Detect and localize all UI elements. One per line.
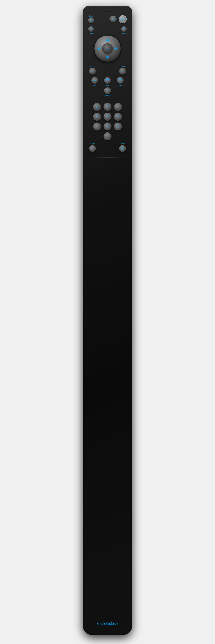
input-label: Input <box>90 65 95 67</box>
itop-icon <box>119 79 122 82</box>
macro-button[interactable] <box>89 145 96 152</box>
svg-point-19 <box>94 80 95 81</box>
num-7-button[interactable]: 7 PQRS <box>93 122 101 130</box>
num-1-button[interactable]: 1 <box>93 103 101 111</box>
num-4-button[interactable]: 4 GHI <box>93 113 101 121</box>
numpad-row-2: 4 GHI 5 JKL 6 MNO <box>93 113 122 121</box>
svg-line-6 <box>92 21 92 22</box>
num-6-button[interactable]: 6 MNO <box>114 113 122 121</box>
menu-icon <box>123 28 125 30</box>
macro-profile-section: Macro Profile <box>88 143 127 152</box>
itop-button[interactable] <box>117 77 124 84</box>
ok-button[interactable]: OK <box>103 44 112 54</box>
numpad-row-3: 7 PQRS 8 TUV 9 WXYZ <box>93 122 122 130</box>
output-group: Output <box>119 65 126 74</box>
brand-name: crystalio® <box>97 622 118 626</box>
light-group: Light <box>88 15 94 23</box>
menu-group: Menu <box>121 26 127 34</box>
arrow-up-icon <box>106 38 109 42</box>
ar-button[interactable] <box>104 77 111 84</box>
back-icon <box>90 28 92 30</box>
brand-section: crystalio® <box>97 616 118 626</box>
num-5-button[interactable]: 5 JKL <box>104 113 111 121</box>
ar-label: A/R <box>106 84 109 86</box>
light-button[interactable] <box>88 18 94 23</box>
separator-2 <box>92 158 123 158</box>
svg-line-8 <box>90 21 91 22</box>
back-label: Back <box>89 32 93 34</box>
picture-group: Picture <box>91 77 98 86</box>
num-3-button[interactable]: 3 DEF <box>114 103 122 111</box>
picture-icon <box>93 79 96 82</box>
function-section: Picture A/R i to <box>88 77 127 86</box>
num-9-button[interactable]: 9 WXYZ <box>114 122 122 130</box>
input-icon <box>91 70 94 73</box>
picture-button[interactable] <box>91 77 98 84</box>
output-button[interactable] <box>119 68 126 74</box>
input-output-section: Input Output <box>88 65 127 74</box>
input-button[interactable] <box>89 68 96 74</box>
nav-section: Back Menu <box>88 26 127 34</box>
svg-rect-25 <box>107 80 108 81</box>
arrow-left-icon <box>97 47 100 50</box>
remote-control: Light Off On <box>83 6 132 635</box>
off-on-group: Off On <box>109 15 127 23</box>
dpad-left-button[interactable] <box>96 46 102 52</box>
svg-marker-15 <box>115 47 118 50</box>
output-label: Output <box>120 65 125 67</box>
numpad-row-4: 0 <box>104 132 111 140</box>
svg-line-5 <box>90 20 91 20</box>
passthru-section: Passthru <box>104 88 111 96</box>
passthru-icon <box>106 89 109 92</box>
on-button[interactable]: On <box>119 15 127 23</box>
passthru-label: Passthru <box>104 95 111 96</box>
num-2-button[interactable]: 2 ABC <box>104 103 111 111</box>
light-label: Light <box>89 15 93 17</box>
numpad-section: 1 2 ABC 3 DEF 4 GHI 5 JKL 6 MNO <box>88 103 127 140</box>
dpad-down-button[interactable] <box>104 54 111 60</box>
profile-label: Profile <box>120 143 125 144</box>
off-button[interactable]: Off <box>109 16 117 22</box>
profile-group: Profile <box>119 143 126 152</box>
power-section: Light Off On <box>88 15 127 23</box>
svg-marker-14 <box>98 47 100 50</box>
arrow-right-icon <box>115 47 118 50</box>
ar-group: A/R <box>104 77 111 86</box>
itop-group: i to P <box>117 77 124 86</box>
output-icon <box>121 70 124 73</box>
picture-label: Picture <box>92 84 98 86</box>
num-8-button[interactable]: 8 TUV <box>104 122 111 130</box>
dpad-up-button[interactable] <box>104 37 111 43</box>
back-button[interactable] <box>88 26 94 32</box>
light-icon <box>90 19 93 22</box>
svg-rect-26 <box>108 80 109 81</box>
svg-point-0 <box>91 20 92 21</box>
input-group: Input <box>89 65 96 74</box>
menu-button[interactable] <box>121 26 127 32</box>
back-group: Back <box>88 26 94 34</box>
itop-label: i to P <box>118 84 122 86</box>
num-0-button[interactable]: 0 <box>104 132 111 140</box>
dpad-right-button[interactable] <box>113 46 119 52</box>
ar-icon <box>106 79 109 82</box>
passthru-button[interactable] <box>104 88 111 94</box>
ir-emitter <box>103 11 112 12</box>
menu-label: Menu <box>122 32 126 34</box>
svg-marker-13 <box>106 56 109 59</box>
macro-icon <box>91 147 94 150</box>
svg-line-7 <box>92 20 92 20</box>
macro-label: Macro <box>90 143 95 144</box>
profile-button[interactable] <box>119 145 126 152</box>
dpad: OK <box>94 36 121 62</box>
dpad-ring: OK <box>94 36 121 62</box>
numpad-row-1: 1 2 ABC 3 DEF <box>93 103 122 111</box>
profile-icon <box>121 147 124 150</box>
svg-marker-12 <box>106 39 109 41</box>
arrow-down-icon <box>106 56 109 59</box>
macro-group: Macro <box>89 143 96 152</box>
